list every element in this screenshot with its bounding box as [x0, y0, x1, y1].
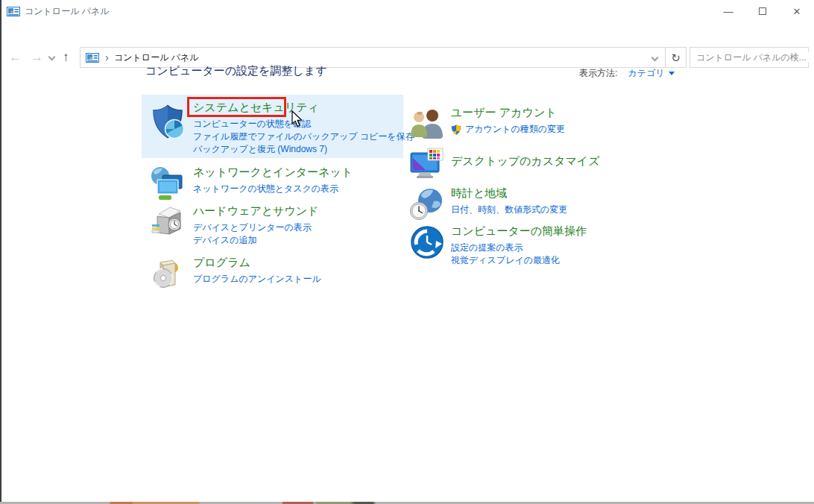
network-icon[interactable] — [150, 166, 186, 201]
ease-of-access-icon[interactable] — [409, 224, 445, 260]
mouse-cursor — [291, 110, 304, 127]
category-title[interactable]: デスクトップのカスタマイズ — [451, 153, 600, 169]
up-icon: ↑ — [63, 50, 69, 64]
back-icon: ← — [9, 50, 22, 64]
view-by-value[interactable]: カテゴリ — [628, 68, 664, 78]
category-link[interactable]: プログラムのアンインストール — [193, 273, 321, 286]
address-dropdown-chevron-icon[interactable] — [651, 54, 659, 62]
program-box-icon[interactable] — [150, 256, 186, 292]
category-link[interactable]: アカウントの種類の変更 — [451, 123, 565, 136]
control-panel-icon — [86, 53, 99, 63]
view-by-dropdown-icon[interactable] — [669, 72, 675, 75]
clock-globe-icon[interactable] — [409, 186, 445, 222]
category-programs: プログラム プログラムのアンインストール — [142, 250, 321, 292]
category-ease-of-access: コンピューターの簡単操作 設定の提案の表示 視覚ディスプレイの最適化 — [406, 218, 587, 267]
category-link[interactable]: 日付、時刻、数値形式の変更 — [451, 204, 567, 216]
search-box — [690, 47, 809, 68]
window-title: コントロール パネル — [25, 0, 110, 22]
category-title[interactable]: ネットワークとインターネット — [193, 164, 353, 180]
shield-icon[interactable] — [150, 104, 186, 140]
category-link[interactable]: デバイスの追加 — [193, 234, 319, 247]
category-title[interactable]: ユーザー アカウント — [451, 104, 565, 121]
users-icon[interactable] — [409, 106, 445, 142]
printer-icon[interactable] — [150, 204, 186, 240]
close-button[interactable]: ✕ — [780, 0, 814, 22]
category-title[interactable]: コンピューターの簡単操作 — [451, 223, 587, 239]
category-clock-region: 時計と地域 日付、時刻、数値形式の変更 — [406, 180, 567, 222]
category-hardware-sound: ハードウェアとサウンド デバイスとプリンターの表示 デバイスの追加 — [142, 198, 319, 247]
search-input[interactable] — [690, 52, 814, 63]
category-link[interactable]: ファイル履歴でファイルのバックアップ コピーを保存 — [193, 130, 414, 143]
category-title[interactable]: ハードウェアとサウンド — [193, 203, 319, 219]
navigation-toolbar: ← → ↑ › コントロール パネル ↻ — [0, 22, 814, 48]
uac-shield-icon — [451, 125, 461, 135]
category-network-internet: ネットワークとインターネット ネットワークの状態とタスクの表示 — [142, 160, 353, 201]
breadcrumb-root[interactable]: コントロール パネル — [114, 51, 199, 64]
recent-pages-chevron-icon[interactable] — [48, 54, 56, 61]
annotation-red-box — [187, 97, 286, 117]
refresh-icon: ↻ — [671, 51, 681, 64]
forward-icon: → — [31, 50, 43, 64]
window-controls: — ✕ — [711, 0, 814, 22]
category-link[interactable]: デバイスとプリンターの表示 — [193, 221, 319, 234]
back-button[interactable]: ← — [9, 49, 22, 66]
category-link[interactable]: 視覚ディスプレイの最適化 — [451, 254, 587, 267]
category-title[interactable]: プログラム — [193, 254, 321, 271]
forward-button[interactable]: → — [31, 49, 43, 66]
category-link[interactable]: ネットワークの状態とタスクの表示 — [193, 183, 353, 195]
breadcrumb-chevron-icon: › — [105, 51, 109, 63]
category-title[interactable]: 時計と地域 — [451, 185, 567, 201]
category-link-label: アカウントの種類の変更 — [465, 123, 565, 136]
control-panel-icon — [7, 7, 20, 16]
view-by: 表示方法:カテゴリ — [579, 67, 675, 80]
minimize-icon: — — [724, 6, 733, 17]
refresh-button[interactable]: ↻ — [665, 47, 687, 68]
category-link[interactable]: 設定の提案の表示 — [451, 242, 587, 254]
category-desktop-customization: デスクトップのカスタマイズ — [406, 142, 600, 182]
desktop-palette-icon[interactable] — [409, 146, 445, 182]
category-link[interactable]: バックアップと復元 (Windows 7) — [193, 143, 414, 156]
close-icon: ✕ — [793, 6, 801, 17]
view-by-label: 表示方法: — [579, 68, 617, 78]
maximize-button[interactable] — [745, 0, 780, 22]
control-panel-window: コントロール パネル — ✕ ← → ↑ › コントロール パネル ↻ — [0, 0, 814, 504]
minimize-button[interactable]: — — [711, 0, 745, 22]
titlebar: コントロール パネル — ✕ — [0, 0, 814, 22]
category-user-accounts: ユーザー アカウント アカウントの種類の変更 — [406, 100, 565, 142]
maximize-icon — [759, 7, 766, 15]
desktop-edge-left — [0, 0, 1, 504]
page-title: コンピューターの設定を調整します — [145, 64, 327, 78]
up-button[interactable]: ↑ — [63, 49, 69, 66]
